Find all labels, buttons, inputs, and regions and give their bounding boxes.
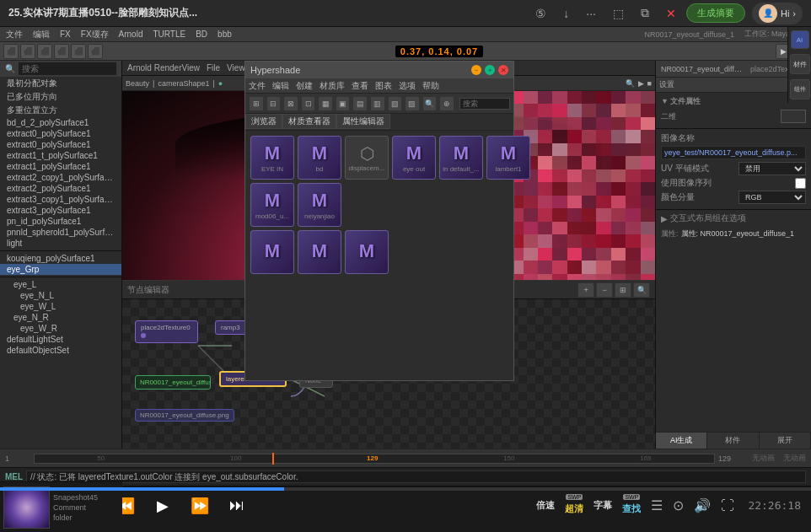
- stop-icon[interactable]: ■: [647, 79, 652, 88]
- screen-icon[interactable]: ⬚: [610, 5, 627, 22]
- shader-node-lambert1[interactable]: M lambert1: [486, 136, 530, 180]
- mel-input[interactable]: [26, 470, 806, 483]
- left-panel-item[interactable]: extract3_polySurface1: [0, 205, 121, 216]
- shader-node-eye-in[interactable]: M EYE IN: [250, 136, 294, 180]
- rpanel-tab-ai[interactable]: AI生成: [656, 433, 707, 449]
- toolbar-icon-1[interactable]: ⬛: [3, 44, 19, 59]
- ai-button[interactable]: AI: [791, 30, 809, 49]
- menu-fx[interactable]: FX: [57, 30, 73, 39]
- hs-tab-viewer[interactable]: 材质查看器: [282, 114, 336, 129]
- hs-tab-browser[interactable]: 浏览器: [245, 114, 282, 129]
- left-panel-item[interactable]: extract3_copy1_polySurface1: [0, 194, 121, 205]
- shader-node-bd[interactable]: M bd: [298, 136, 341, 180]
- shader-node-in-default[interactable]: M in default_...: [439, 136, 483, 180]
- left-panel-item[interactable]: 已多位用方向: [0, 90, 121, 104]
- hs-icon-4[interactable]: ⊡: [301, 96, 316, 111]
- toolbar-icon-5[interactable]: ⬛: [71, 44, 86, 59]
- toolbar-icon-6[interactable]: ⬛: [88, 44, 103, 59]
- left-panel-item[interactable]: eye_W_R: [0, 323, 121, 334]
- left-panel-item[interactable]: pnnld_spherold1_polySurface1: [0, 227, 121, 238]
- search-option[interactable]: SWP 查找: [622, 496, 641, 515]
- shader-node-extra2[interactable]: M: [298, 230, 341, 274]
- node-place2dTexture[interactable]: place2dTexture0: [135, 320, 198, 343]
- hs-icon-6[interactable]: ▣: [336, 96, 351, 111]
- maximize-button[interactable]: +: [485, 65, 495, 75]
- hs-search-input[interactable]: [459, 98, 510, 110]
- hypershade-titlebar[interactable]: Hypershade − + ✕: [245, 62, 513, 78]
- hs-menu-graph[interactable]: 图表: [375, 80, 392, 92]
- color-channel-select[interactable]: RGB RGBA: [738, 191, 806, 204]
- left-panel-item[interactable]: pn_id_polySurface1: [0, 216, 121, 227]
- rpanel-tab-material[interactable]: 材件: [707, 433, 759, 449]
- settings-icon[interactable]: ⊙: [673, 497, 684, 513]
- left-panel-item[interactable]: 最初分配对象: [0, 77, 121, 90]
- fullscreen-icon[interactable]: ⛶: [721, 498, 734, 513]
- split-icon[interactable]: ⧉: [637, 4, 653, 22]
- left-panel-item[interactable]: defaultLightSet: [0, 334, 121, 345]
- menu-fx-cache[interactable]: FX缓存: [78, 29, 111, 40]
- left-panel-item[interactable]: eye_N_R: [0, 312, 121, 323]
- toolbar-icon-3[interactable]: ⬛: [37, 44, 52, 59]
- generate-summary-button[interactable]: 生成摘要: [686, 3, 745, 23]
- left-panel-item[interactable]: kouqieng_polySurface1: [0, 253, 121, 264]
- hs-menu-file[interactable]: 文件: [249, 80, 266, 92]
- left-panel-item[interactable]: 多重位置立方: [0, 104, 121, 117]
- forward-button[interactable]: ⏩: [188, 494, 212, 518]
- graph-search[interactable]: 🔍: [633, 282, 650, 298]
- hs-icon-11[interactable]: 🔍: [422, 96, 438, 111]
- more-icon[interactable]: ···: [583, 5, 599, 22]
- toolbar-icon-4[interactable]: ⬛: [54, 44, 69, 59]
- timeline-track[interactable]: 50 100 129 150 169: [34, 454, 715, 464]
- left-panel-item[interactable]: defaultObjectSet: [0, 345, 121, 356]
- shader-node-displacement[interactable]: ⬡ displacem...: [345, 136, 389, 180]
- left-panel-item[interactable]: eye_W_L: [0, 301, 121, 312]
- speed-option[interactable]: 倍速: [536, 499, 555, 512]
- image-name-value[interactable]: yeye_test/NR00017_eyeout_diffuse.p...: [661, 146, 806, 159]
- progress-bar-fill[interactable]: [0, 487, 284, 491]
- minimize-button[interactable]: −: [471, 65, 481, 75]
- hs-icon-9[interactable]: ▧: [388, 96, 403, 111]
- hs-menu-edit[interactable]: 编辑: [272, 80, 289, 92]
- left-panel-item[interactable]: extract2_copy1_polySurface1: [0, 172, 121, 183]
- shader-node-eye-out[interactable]: M eye out: [392, 136, 436, 180]
- viewport-menu-file[interactable]: File: [207, 63, 220, 73]
- shader-node-extra1[interactable]: M: [250, 230, 294, 274]
- list-icon[interactable]: ☰: [651, 497, 663, 513]
- next-frame-button[interactable]: ⏭: [225, 494, 249, 518]
- left-panel-item[interactable]: eye_N_L: [0, 290, 121, 301]
- hs-menu-create[interactable]: 创建: [296, 80, 313, 92]
- color-swatch[interactable]: [781, 110, 806, 123]
- left-panel-item[interactable]: extract0_polySurface1: [0, 128, 121, 139]
- hs-icon-7[interactable]: ▤: [352, 96, 368, 111]
- component-btn[interactable]: 组件: [790, 79, 810, 99]
- hs-icon-8[interactable]: ▥: [370, 96, 385, 111]
- menu-turtle[interactable]: TURTLE: [150, 30, 188, 39]
- hs-icon-2[interactable]: ⊟: [266, 96, 282, 111]
- left-panel-item[interactable]: eye_Grp: [0, 264, 121, 275]
- hs-icon-10[interactable]: ▨: [405, 96, 420, 111]
- close-window-button[interactable]: ✕: [498, 65, 508, 75]
- graph-zoom-in[interactable]: +: [577, 282, 594, 298]
- toolbar-icon-2[interactable]: ⬛: [20, 44, 35, 59]
- menu-file[interactable]: 文件: [3, 29, 25, 40]
- rpanel-tab-expand[interactable]: 展开: [760, 433, 811, 449]
- zoom-icon[interactable]: 🔍: [626, 79, 635, 88]
- share-icon[interactable]: ⑤: [532, 5, 550, 22]
- use-image-seq-checkbox[interactable]: [795, 178, 806, 189]
- download-icon[interactable]: ↓: [560, 5, 572, 22]
- search-input[interactable]: [19, 62, 116, 75]
- left-panel-item[interactable]: light: [0, 238, 121, 249]
- left-panel-item[interactable]: extract1_polySurface1: [0, 161, 121, 172]
- file-attr-expand[interactable]: ▶ 交互式布局组在选项: [656, 210, 811, 227]
- shader-node-mod06[interactable]: M mod06_u...: [250, 183, 294, 227]
- menu-edit[interactable]: 编辑: [30, 29, 52, 40]
- menu-arnold[interactable]: Arnold: [116, 30, 146, 39]
- hs-menu-library[interactable]: 材质库: [320, 80, 345, 92]
- left-panel-item[interactable]: eye_L: [0, 279, 121, 290]
- quality-option[interactable]: SWP 超清: [565, 496, 583, 515]
- shader-node-neiyanjiao[interactable]: M neiyanjiao: [298, 183, 341, 227]
- play-button[interactable]: ▶: [151, 494, 175, 518]
- hs-menu-help[interactable]: 帮助: [422, 80, 439, 92]
- left-panel-item[interactable]: extract1_t_polySurface1: [0, 150, 121, 161]
- user-avatar-button[interactable]: 👤 Hi ›: [752, 3, 803, 24]
